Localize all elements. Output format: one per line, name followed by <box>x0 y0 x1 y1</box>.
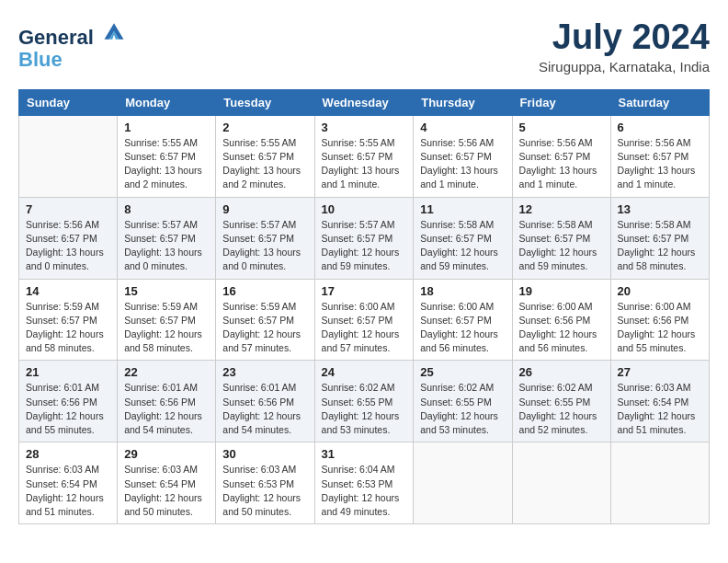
calendar-cell: 16Sunrise: 5:59 AMSunset: 6:57 PMDayligh… <box>216 279 314 361</box>
calendar-cell: 12Sunrise: 5:58 AMSunset: 6:57 PMDayligh… <box>512 197 610 279</box>
calendar-cell: 7Sunrise: 5:56 AMSunset: 6:57 PMDaylight… <box>19 197 118 279</box>
logo-general: General <box>18 26 94 49</box>
day-info: Sunrise: 6:00 AMSunset: 6:56 PMDaylight:… <box>618 300 702 356</box>
day-number: 9 <box>222 202 307 216</box>
calendar-table: SundayMondayTuesdayWednesdayThursdayFrid… <box>18 89 710 524</box>
day-number: 8 <box>124 202 209 216</box>
calendar-cell: 28Sunrise: 6:03 AMSunset: 6:54 PMDayligh… <box>19 442 118 524</box>
day-info: Sunrise: 6:02 AMSunset: 6:55 PMDaylight:… <box>322 381 407 437</box>
calendar-cell: 4Sunrise: 5:56 AMSunset: 6:57 PMDaylight… <box>414 115 512 197</box>
day-number: 23 <box>222 365 307 379</box>
day-info: Sunrise: 5:58 AMSunset: 6:57 PMDaylight:… <box>420 218 505 274</box>
calendar-cell: 22Sunrise: 6:01 AMSunset: 6:56 PMDayligh… <box>118 361 216 442</box>
day-number: 13 <box>618 202 702 216</box>
calendar-cell: 17Sunrise: 6:00 AMSunset: 6:57 PMDayligh… <box>314 279 414 361</box>
calendar-cell: 31Sunrise: 6:04 AMSunset: 6:53 PMDayligh… <box>314 442 414 524</box>
week-row-1: 1Sunrise: 5:55 AMSunset: 6:57 PMDaylight… <box>19 115 710 197</box>
day-info: Sunrise: 5:56 AMSunset: 6:57 PMDaylight:… <box>26 218 110 274</box>
day-info: Sunrise: 5:59 AMSunset: 6:57 PMDaylight:… <box>26 300 110 356</box>
logo-blue: Blue <box>18 49 127 71</box>
header-tuesday: Tuesday <box>216 89 314 115</box>
month-title: July 2024 <box>539 18 710 57</box>
day-number: 2 <box>222 121 307 134</box>
day-info: Sunrise: 6:02 AMSunset: 6:55 PMDaylight:… <box>420 381 505 437</box>
calendar-header-row: SundayMondayTuesdayWednesdayThursdayFrid… <box>19 89 710 115</box>
day-number: 6 <box>618 121 702 134</box>
calendar-cell: 5Sunrise: 5:56 AMSunset: 6:57 PMDaylight… <box>512 115 610 197</box>
day-info: Sunrise: 6:04 AMSunset: 6:53 PMDaylight:… <box>322 463 407 519</box>
calendar-cell: 25Sunrise: 6:02 AMSunset: 6:55 PMDayligh… <box>414 361 512 442</box>
day-number: 18 <box>420 284 505 298</box>
calendar-cell: 23Sunrise: 6:01 AMSunset: 6:56 PMDayligh… <box>216 361 314 442</box>
day-number: 3 <box>322 121 407 134</box>
calendar-cell: 29Sunrise: 6:03 AMSunset: 6:54 PMDayligh… <box>118 442 216 524</box>
calendar-cell <box>610 442 709 524</box>
day-info: Sunrise: 6:01 AMSunset: 6:56 PMDaylight:… <box>124 381 209 437</box>
calendar-cell: 20Sunrise: 6:00 AMSunset: 6:56 PMDayligh… <box>610 279 709 361</box>
header-thursday: Thursday <box>414 89 512 115</box>
header-friday: Friday <box>512 89 610 115</box>
day-info: Sunrise: 5:55 AMSunset: 6:57 PMDaylight:… <box>222 136 307 192</box>
day-number: 5 <box>519 121 604 134</box>
calendar-cell: 15Sunrise: 5:59 AMSunset: 6:57 PMDayligh… <box>118 279 216 361</box>
header-sunday: Sunday <box>19 89 118 115</box>
calendar-cell: 1Sunrise: 5:55 AMSunset: 6:57 PMDaylight… <box>118 115 216 197</box>
day-info: Sunrise: 6:03 AMSunset: 6:54 PMDaylight:… <box>124 463 209 519</box>
location: Siruguppa, Karnataka, India <box>539 59 710 75</box>
day-info: Sunrise: 6:01 AMSunset: 6:56 PMDaylight:… <box>222 381 307 437</box>
day-number: 14 <box>26 284 110 298</box>
day-number: 31 <box>322 447 407 461</box>
day-number: 1 <box>124 121 209 134</box>
calendar-cell: 9Sunrise: 5:57 AMSunset: 6:57 PMDaylight… <box>216 197 314 279</box>
day-info: Sunrise: 5:57 AMSunset: 6:57 PMDaylight:… <box>322 218 407 274</box>
day-info: Sunrise: 5:57 AMSunset: 6:57 PMDaylight:… <box>222 218 307 274</box>
calendar-cell: 27Sunrise: 6:03 AMSunset: 6:54 PMDayligh… <box>610 361 709 442</box>
day-info: Sunrise: 6:03 AMSunset: 6:54 PMDaylight:… <box>618 381 702 437</box>
calendar-cell: 18Sunrise: 6:00 AMSunset: 6:57 PMDayligh… <box>414 279 512 361</box>
day-info: Sunrise: 5:56 AMSunset: 6:57 PMDaylight:… <box>420 136 505 192</box>
header-saturday: Saturday <box>610 89 709 115</box>
header-monday: Monday <box>118 89 216 115</box>
day-number: 22 <box>124 365 209 379</box>
day-number: 25 <box>420 365 505 379</box>
calendar-cell: 24Sunrise: 6:02 AMSunset: 6:55 PMDayligh… <box>314 361 414 442</box>
week-row-4: 21Sunrise: 6:01 AMSunset: 6:56 PMDayligh… <box>19 361 710 442</box>
day-number: 21 <box>26 365 110 379</box>
calendar-cell: 21Sunrise: 6:01 AMSunset: 6:56 PMDayligh… <box>19 361 118 442</box>
logo: General Blue <box>18 18 127 71</box>
calendar-cell: 3Sunrise: 5:55 AMSunset: 6:57 PMDaylight… <box>314 115 414 197</box>
calendar-cell <box>19 115 118 197</box>
calendar-cell <box>512 442 610 524</box>
day-number: 11 <box>420 202 505 216</box>
calendar-cell: 10Sunrise: 5:57 AMSunset: 6:57 PMDayligh… <box>314 197 414 279</box>
day-number: 16 <box>222 284 307 298</box>
day-number: 26 <box>519 365 604 379</box>
day-info: Sunrise: 6:02 AMSunset: 6:55 PMDaylight:… <box>519 381 604 437</box>
day-info: Sunrise: 6:00 AMSunset: 6:56 PMDaylight:… <box>519 300 604 356</box>
logo-icon <box>101 18 127 44</box>
day-info: Sunrise: 5:59 AMSunset: 6:57 PMDaylight:… <box>124 300 209 356</box>
day-number: 17 <box>322 284 407 298</box>
day-info: Sunrise: 6:03 AMSunset: 6:53 PMDaylight:… <box>222 463 307 519</box>
day-number: 24 <box>322 365 407 379</box>
header-wednesday: Wednesday <box>314 89 414 115</box>
day-info: Sunrise: 5:55 AMSunset: 6:57 PMDaylight:… <box>322 136 407 192</box>
calendar-cell <box>414 442 512 524</box>
day-info: Sunrise: 5:57 AMSunset: 6:57 PMDaylight:… <box>124 218 209 274</box>
calendar-cell: 26Sunrise: 6:02 AMSunset: 6:55 PMDayligh… <box>512 361 610 442</box>
day-info: Sunrise: 5:58 AMSunset: 6:57 PMDaylight:… <box>618 218 702 274</box>
day-number: 27 <box>618 365 702 379</box>
week-row-3: 14Sunrise: 5:59 AMSunset: 6:57 PMDayligh… <box>19 279 710 361</box>
day-info: Sunrise: 5:55 AMSunset: 6:57 PMDaylight:… <box>124 136 209 192</box>
day-info: Sunrise: 5:58 AMSunset: 6:57 PMDaylight:… <box>519 218 604 274</box>
calendar-cell: 8Sunrise: 5:57 AMSunset: 6:57 PMDaylight… <box>118 197 216 279</box>
day-number: 4 <box>420 121 505 134</box>
day-number: 12 <box>519 202 604 216</box>
week-row-5: 28Sunrise: 6:03 AMSunset: 6:54 PMDayligh… <box>19 442 710 524</box>
page-header: General Blue July 2024 Siruguppa, Karnat… <box>18 18 710 75</box>
day-info: Sunrise: 5:59 AMSunset: 6:57 PMDaylight:… <box>222 300 307 356</box>
day-number: 7 <box>26 202 110 216</box>
calendar-cell: 19Sunrise: 6:00 AMSunset: 6:56 PMDayligh… <box>512 279 610 361</box>
calendar-cell: 11Sunrise: 5:58 AMSunset: 6:57 PMDayligh… <box>414 197 512 279</box>
week-row-2: 7Sunrise: 5:56 AMSunset: 6:57 PMDaylight… <box>19 197 710 279</box>
